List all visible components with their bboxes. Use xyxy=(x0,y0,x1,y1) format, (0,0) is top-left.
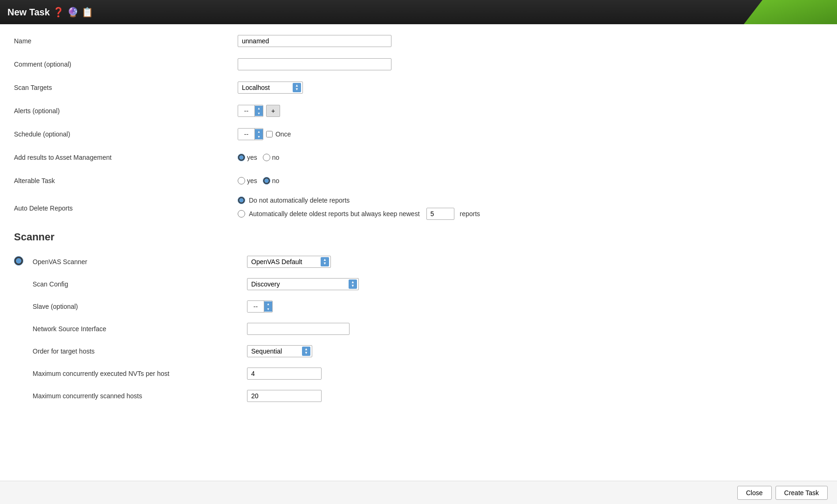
scanner-radio-container xyxy=(14,256,23,267)
max-nvt-row: Maximum concurrently executed NVTs per h… xyxy=(33,366,823,381)
slave-up-button[interactable]: ▲ xyxy=(264,301,272,306)
alterable-no-item: no xyxy=(263,177,280,184)
scan-targets-select[interactable]: Localhost xyxy=(238,82,303,94)
add-results-no-label: no xyxy=(272,154,280,161)
auto-delete-opt2-radio[interactable] xyxy=(238,210,245,218)
network-interface-label: Network Source Interface xyxy=(33,325,247,333)
scanner-section-heading: Scanner xyxy=(14,231,823,245)
auto-delete-reports-label: reports xyxy=(460,210,480,218)
alterable-no-radio[interactable] xyxy=(263,177,270,184)
add-results-no-item: no xyxy=(263,154,280,161)
auto-delete-control: Do not automatically delete reports Auto… xyxy=(238,197,480,220)
name-input[interactable] xyxy=(238,35,391,47)
max-hosts-row: Maximum concurrently scanned hosts xyxy=(33,388,823,403)
alerts-add-button[interactable]: + xyxy=(266,105,280,117)
name-control xyxy=(238,35,391,47)
name-label: Name xyxy=(14,37,238,45)
scanner-type-radio[interactable] xyxy=(14,256,23,266)
max-hosts-input[interactable] xyxy=(247,390,322,402)
alterable-row: Alterable Task yes no xyxy=(14,173,823,188)
schedule-value: -- xyxy=(238,129,255,140)
scan-config-select[interactable]: Discovery xyxy=(247,278,359,290)
comment-label: Comment (optional) xyxy=(14,61,238,68)
add-results-yes-item: yes xyxy=(238,154,257,161)
create-task-button[interactable]: Create Task xyxy=(775,486,828,500)
comment-control xyxy=(238,58,391,70)
alterable-label: Alterable Task xyxy=(14,177,238,184)
add-results-row: Add results to Asset Management yes no xyxy=(14,150,823,165)
order-label: Order for target hosts xyxy=(33,347,247,355)
slave-label: Slave (optional) xyxy=(33,303,247,310)
add-results-no-radio[interactable] xyxy=(263,154,270,161)
max-hosts-label: Maximum concurrently scanned hosts xyxy=(33,392,247,400)
alterable-radio-group: yes no xyxy=(238,177,279,184)
alerts-label: Alerts (optional) xyxy=(14,107,238,115)
auto-delete-options: Do not automatically delete reports Auto… xyxy=(238,197,480,220)
comment-input[interactable] xyxy=(238,58,391,70)
max-nvt-input[interactable] xyxy=(247,368,322,380)
footer-buttons: Close Create Task xyxy=(737,486,828,500)
alerts-value: -- xyxy=(238,105,255,116)
auto-delete-row: Auto Delete Reports Do not automatically… xyxy=(14,197,823,220)
alerts-spinner: -- ▲ ▼ xyxy=(238,105,263,117)
add-results-yes-radio[interactable] xyxy=(238,154,245,161)
order-select[interactable]: Sequential xyxy=(247,345,312,357)
openvas-label: OpenVAS Scanner xyxy=(33,258,247,266)
close-button[interactable]: Close xyxy=(737,486,772,500)
scan-targets-control: Localhost ▲▼ xyxy=(238,82,303,94)
network-interface-row: Network Source Interface xyxy=(33,321,823,336)
max-nvt-label: Maximum concurrently executed NVTs per h… xyxy=(33,370,247,377)
alterable-no-label: no xyxy=(272,177,280,184)
alerts-row: Alerts (optional) -- ▲ ▼ + xyxy=(14,103,823,118)
alterable-control: yes no xyxy=(238,177,279,184)
scan-config-label: Scan Config xyxy=(33,280,247,288)
scan-config-row: Scan Config Discovery ▲▼ xyxy=(33,277,823,292)
title-icon-question: ❓ xyxy=(53,7,64,18)
auto-delete-opt1-row: Do not automatically delete reports xyxy=(238,197,480,204)
add-results-label: Add results to Asset Management xyxy=(14,154,238,161)
slave-row: Slave (optional) -- ▲ ▼ xyxy=(33,299,823,314)
slave-arrows: ▲ ▼ xyxy=(264,301,272,312)
title-bar: New Task ❓ 🔮 📋 xyxy=(0,0,837,24)
scan-targets-row: Scan Targets Localhost ▲▼ xyxy=(14,80,823,95)
auto-delete-opt2-label: Automatically delete oldest reports but … xyxy=(249,210,420,218)
scan-config-select-container: Discovery ▲▼ xyxy=(247,278,359,290)
page-title: New Task ❓ 🔮 📋 xyxy=(7,7,93,18)
alterable-yes-radio[interactable] xyxy=(238,177,245,184)
schedule-arrows: ▲ ▼ xyxy=(255,129,263,139)
schedule-down-button[interactable]: ▼ xyxy=(255,134,263,139)
network-interface-input[interactable] xyxy=(247,323,350,335)
scan-targets-label: Scan Targets xyxy=(14,84,238,91)
main-content: Name Comment (optional) Scan Targets Loc… xyxy=(0,24,837,481)
slave-down-button[interactable]: ▼ xyxy=(264,306,272,312)
slave-value: -- xyxy=(247,301,264,312)
alerts-down-button[interactable]: ▼ xyxy=(255,111,263,116)
schedule-spinner: -- ▲ ▼ xyxy=(238,128,263,140)
schedule-row: Schedule (optional) -- ▲ ▼ Once xyxy=(14,127,823,142)
auto-delete-opt1-radio[interactable] xyxy=(238,197,245,204)
name-row: Name xyxy=(14,34,823,48)
add-results-yes-label: yes xyxy=(247,154,257,161)
add-results-radio-group: yes no xyxy=(238,154,279,161)
order-select-container: Sequential ▲▼ xyxy=(247,345,312,357)
alerts-control: -- ▲ ▼ + xyxy=(238,105,280,117)
scanner-fields: OpenVAS Scanner OpenVAS Default ▲▼ Scan … xyxy=(33,254,823,411)
alerts-up-button[interactable]: ▲ xyxy=(255,106,263,111)
schedule-up-button[interactable]: ▲ xyxy=(255,129,263,134)
schedule-control: -- ▲ ▼ Once xyxy=(238,128,291,140)
auto-delete-opt2-row: Automatically delete oldest reports but … xyxy=(238,208,480,220)
comment-row: Comment (optional) xyxy=(14,57,823,72)
title-icon-magic: 🔮 xyxy=(67,7,79,18)
auto-delete-label: Auto Delete Reports xyxy=(14,204,238,212)
auto-delete-opt1-label: Do not automatically delete reports xyxy=(249,197,350,204)
openvas-select[interactable]: OpenVAS Default xyxy=(247,256,331,268)
auto-delete-keep-input[interactable] xyxy=(426,208,454,220)
schedule-label: Schedule (optional) xyxy=(14,130,238,138)
schedule-once-label: Once xyxy=(275,130,291,138)
title-icon-list: 📋 xyxy=(82,7,93,18)
order-row: Order for target hosts Sequential ▲▼ xyxy=(33,344,823,359)
alterable-yes-label: yes xyxy=(247,177,257,184)
openvas-row: OpenVAS Scanner OpenVAS Default ▲▼ xyxy=(33,254,823,269)
schedule-once-checkbox[interactable] xyxy=(266,131,273,137)
slave-spinner: -- ▲ ▼ xyxy=(247,300,273,313)
